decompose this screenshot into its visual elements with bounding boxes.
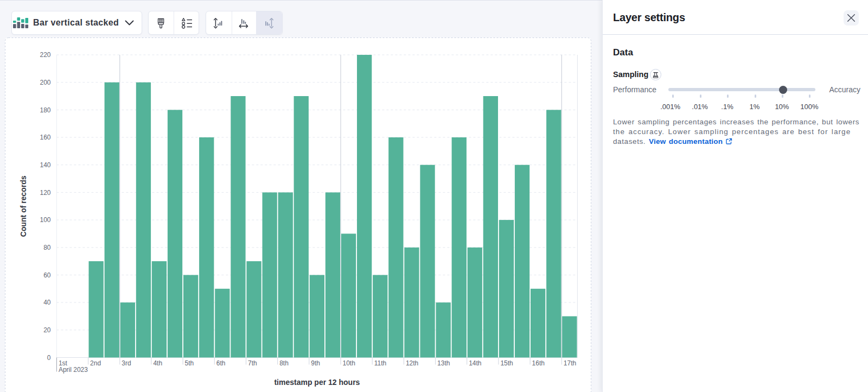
svg-text:11th: 11th: [374, 359, 386, 367]
svg-text:5th: 5th: [185, 359, 194, 367]
svg-text:40: 40: [43, 299, 51, 306]
svg-text:16th: 16th: [532, 359, 545, 367]
svg-text:April 2023: April 2023: [59, 366, 88, 374]
svg-text:2nd: 2nd: [90, 359, 101, 367]
svg-text:0: 0: [47, 354, 51, 362]
svg-text:10th: 10th: [343, 359, 355, 367]
svg-text:100: 100: [40, 216, 50, 224]
svg-text:13th: 13th: [437, 359, 450, 367]
svg-text:200: 200: [40, 79, 50, 86]
svg-text:12th: 12th: [406, 359, 418, 367]
svg-text:180: 180: [40, 106, 50, 114]
svg-text:80: 80: [43, 244, 51, 251]
svg-text:9th: 9th: [311, 359, 320, 367]
svg-text:14th: 14th: [469, 359, 481, 367]
svg-text:20: 20: [43, 326, 51, 334]
svg-text:7th: 7th: [248, 359, 257, 367]
svg-text:3rd: 3rd: [122, 359, 131, 367]
svg-text:17th: 17th: [564, 359, 576, 367]
svg-text:140: 140: [40, 161, 50, 169]
svg-text:6th: 6th: [216, 359, 226, 367]
svg-text:60: 60: [43, 271, 51, 279]
svg-text:220: 220: [40, 51, 50, 59]
svg-text:Count of records: Count of records: [20, 175, 28, 237]
svg-text:8th: 8th: [279, 359, 289, 367]
svg-text:120: 120: [40, 189, 50, 197]
svg-text:timestamp per 12 hours: timestamp per 12 hours: [274, 378, 360, 387]
svg-text:160: 160: [40, 134, 50, 141]
svg-text:15th: 15th: [500, 359, 513, 367]
svg-text:4th: 4th: [153, 359, 162, 367]
